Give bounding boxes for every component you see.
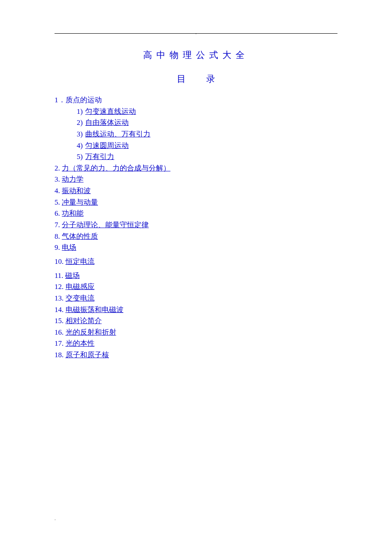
toc-link-vibration[interactable]: 振动和波 [62,187,91,195]
toc-section: 17. 光的本性 [55,338,337,349]
toc-section: 12. 电磁感应 [55,282,337,292]
toc-section: 5. 冲量与动量 [55,197,337,208]
toc-link-em-oscillation[interactable]: 电磁振荡和电磁波 [66,306,124,314]
toc-heading-left: 目 [177,74,186,84]
toc-link-reflection[interactable]: 光的反射和折射 [66,328,116,336]
toc-subitem-number: 5) [77,153,83,161]
toc-link-gas[interactable]: 气体的性质 [62,232,98,240]
toc-subitem-number: 3) [77,130,83,138]
table-of-contents: 1．质点的运动 1)匀变速直线运动 2)自由落体运动 3)曲线运动、万有引力 4… [55,95,337,361]
toc-link-gravitation[interactable]: 万有引力 [85,153,114,161]
toc-section-number: 14. [55,306,63,314]
toc-heading: 目录 [55,73,337,85]
toc-link-electric-field[interactable]: 电场 [62,243,76,251]
toc-sublist: 1)匀变速直线运动 2)自由落体运动 3)曲线运动、万有引力 4)匀速圆周运动 … [55,107,337,162]
top-dot-marker: . [196,30,197,35]
toc-section: 13. 交变电流 [55,293,337,304]
toc-section-number: 6. [55,209,60,217]
toc-subitem: 4)匀速圆周运动 [77,141,337,151]
toc-link-work-energy[interactable]: 功和能 [62,209,84,217]
toc-section-label: 质点的运动 [66,96,102,104]
toc-link-force[interactable]: 力（常见的力、力的合成与分解） [62,164,170,172]
toc-subitem: 2)自由落体运动 [77,118,337,128]
toc-section: 4. 振动和波 [55,186,337,197]
toc-section: 16. 光的反射和折射 [55,327,337,338]
toc-section: 6. 功和能 [55,208,337,219]
toc-section-1: 1．质点的运动 [55,95,337,106]
toc-link-curvilinear[interactable]: 曲线运动、万有引力 [85,130,150,138]
page-content: . 高中物理公式大全 目录 1．质点的运动 1)匀变速直线运动 2)自由落体运动… [0,0,392,361]
footer-dot-marker: . [55,516,56,521]
toc-link-relativity[interactable]: 相对论简介 [66,317,102,325]
toc-section-number: 18. [55,351,63,359]
toc-section: 11. 磁场 [55,271,337,281]
toc-subitem: 5)万有引力 [77,152,337,162]
toc-link-em-induction[interactable]: 电磁感应 [66,283,95,291]
toc-section-number: 17. [55,339,63,347]
toc-section-number: 11. [55,272,63,280]
toc-subitem: 3)曲线运动、万有引力 [77,129,337,140]
toc-link-free-fall[interactable]: 自由落体运动 [85,119,129,127]
toc-section-number: 16. [55,328,63,336]
top-horizontal-rule: . [55,33,337,34]
toc-link-magnetic-field[interactable]: 磁场 [65,272,80,280]
toc-section: 15. 相对论简介 [55,316,337,327]
toc-link-circular[interactable]: 匀速圆周运动 [85,142,129,150]
document-title: 高中物理公式大全 [55,49,337,61]
toc-section-number: 3. [55,175,60,183]
toc-section-number: 4. [55,187,60,195]
toc-subitem-number: 4) [77,142,83,150]
toc-link-dc-current[interactable]: 恒定电流 [66,257,95,266]
toc-heading-right: 录 [206,74,215,84]
toc-link-ac-current[interactable]: 交变电流 [66,294,95,302]
toc-section: 7. 分子动理论、能量守恒定律 [55,220,337,231]
toc-link-atom[interactable]: 原子和原子核 [66,351,109,359]
toc-section: 10. 恒定电流 [55,257,337,267]
toc-section-number: 13. [55,294,63,302]
toc-section: 18. 原子和原子核 [55,350,337,361]
toc-section-number: 8. [55,232,60,240]
toc-subitem-number: 2) [77,119,83,127]
toc-link-impulse[interactable]: 冲量与动量 [62,198,98,206]
toc-section-number: 10. [55,257,63,266]
toc-subitem-number: 1) [77,107,83,116]
toc-subitem: 1)匀变速直线运动 [77,107,337,117]
toc-section-number: 5. [55,198,60,206]
toc-section-number: 2. [55,164,60,172]
toc-section: 8. 气体的性质 [55,231,337,242]
toc-link-uniform-linear[interactable]: 匀变速直线运动 [85,107,136,116]
toc-section: 14. 电磁振荡和电磁波 [55,305,337,315]
toc-link-dynamics[interactable]: 动力学 [62,175,84,183]
toc-link-molecular[interactable]: 分子动理论、能量守恒定律 [62,221,149,229]
toc-link-light-nature[interactable]: 光的本性 [66,339,95,347]
toc-section-number: 7. [55,221,60,229]
toc-section-number: 15. [55,317,63,325]
toc-section: 9. 电场 [55,243,337,253]
toc-section-number: 1． [55,96,66,104]
toc-section: 2. 力（常见的力、力的合成与分解） [55,163,337,174]
toc-section: 3. 动力学 [55,174,337,185]
toc-section-number: 12. [55,283,63,291]
toc-section-number: 9. [55,243,60,251]
